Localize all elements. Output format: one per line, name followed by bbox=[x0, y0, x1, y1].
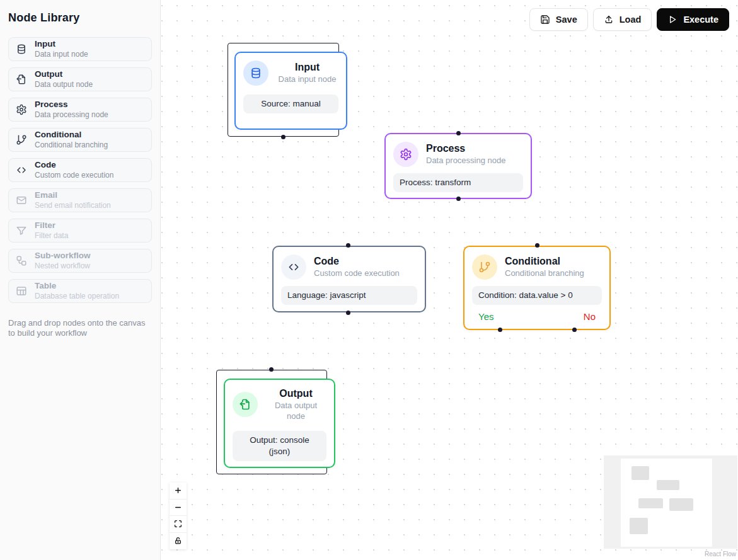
save-icon bbox=[540, 14, 550, 25]
node-subtitle: Conditional branching bbox=[505, 268, 602, 279]
node-detail: Source: manual bbox=[243, 94, 338, 113]
node-title: Input bbox=[276, 61, 338, 74]
library-item-desc: Database table operation bbox=[35, 292, 119, 301]
zoom-in-button[interactable] bbox=[170, 483, 187, 500]
library-item-code[interactable]: CodeCustom code execution bbox=[8, 158, 152, 182]
minimap-node-input bbox=[631, 466, 649, 480]
code-node[interactable]: Code Custom code execution Language: jav… bbox=[272, 246, 426, 312]
library-item-desc: Send email notification bbox=[35, 201, 111, 210]
input-node[interactable]: Input Data input node Source: manual bbox=[234, 52, 347, 130]
library-item-label: Table bbox=[35, 281, 119, 291]
library-item-label: Conditional bbox=[35, 130, 108, 140]
code-icon bbox=[16, 164, 27, 176]
database-icon bbox=[243, 60, 268, 86]
library-item-label: Code bbox=[35, 160, 113, 170]
play-icon bbox=[667, 14, 677, 25]
library-item-label: Filter bbox=[35, 220, 68, 231]
conditional-node[interactable]: Conditional Conditional branching Condit… bbox=[463, 246, 611, 330]
library-item-label: Email bbox=[35, 190, 111, 200]
load-button[interactable]: Load bbox=[593, 8, 652, 31]
node-detail: Output: console (json) bbox=[233, 431, 326, 461]
load-button-label: Load bbox=[620, 14, 642, 25]
table-icon bbox=[16, 285, 27, 297]
minimap-node-conditional bbox=[669, 498, 693, 511]
database-icon bbox=[16, 43, 27, 55]
library-item-subworkflow: Sub-workflowNested workflow bbox=[8, 249, 152, 273]
process-node-target-handle[interactable] bbox=[456, 131, 461, 135]
process-node-source-handle[interactable] bbox=[456, 197, 461, 201]
git-branch-icon bbox=[16, 134, 27, 146]
library-item-desc: Conditional branching bbox=[35, 140, 108, 150]
library-item-desc: Nested workflow bbox=[35, 261, 91, 271]
file-output-icon bbox=[233, 392, 258, 417]
conditional-node-no-handle[interactable] bbox=[572, 328, 577, 332]
node-library-list: InputData input node OutputData output n… bbox=[8, 37, 152, 303]
node-title: Conditional bbox=[505, 255, 602, 268]
execute-button[interactable]: Execute bbox=[657, 8, 729, 31]
node-subtitle: Data processing node bbox=[426, 156, 523, 166]
unlock-icon bbox=[174, 537, 182, 545]
node-subtitle: Data input node bbox=[276, 74, 338, 85]
minimap-node-code bbox=[638, 498, 663, 508]
node-title: Process bbox=[426, 142, 523, 156]
workflow-icon bbox=[16, 255, 27, 266]
gear-icon bbox=[393, 142, 418, 167]
gear-icon bbox=[16, 104, 27, 115]
branch-yes-label: Yes bbox=[478, 311, 493, 322]
minimap[interactable] bbox=[604, 455, 737, 549]
code-node-target-handle[interactable] bbox=[346, 243, 350, 248]
node-detail: Language: javascript bbox=[281, 286, 417, 305]
conditional-node-target-handle[interactable] bbox=[535, 243, 539, 248]
save-button[interactable]: Save bbox=[529, 8, 588, 31]
fit-view-icon bbox=[174, 520, 182, 528]
branch-no-label: No bbox=[584, 311, 596, 322]
library-item-label: Output bbox=[35, 69, 93, 79]
library-item-desc: Data processing node bbox=[35, 110, 108, 120]
git-branch-icon bbox=[472, 254, 497, 280]
input-node-source-handle[interactable] bbox=[281, 135, 285, 139]
node-library-sidebar: Node Library InputData input node Output… bbox=[0, 0, 161, 560]
library-item-output[interactable]: OutputData output node bbox=[8, 67, 152, 91]
node-detail: Condition: data.value > 0 bbox=[472, 286, 602, 305]
library-item-label: Process bbox=[35, 100, 108, 110]
save-button-label: Save bbox=[556, 14, 577, 25]
code-node-source-handle[interactable] bbox=[346, 311, 350, 315]
library-item-process[interactable]: ProcessData processing node bbox=[8, 98, 152, 122]
minus-icon bbox=[174, 503, 182, 511]
sidebar-hint: Drag and drop nodes onto the canvas to b… bbox=[8, 318, 152, 339]
filter-icon bbox=[16, 225, 27, 236]
execute-button-label: Execute bbox=[683, 14, 718, 25]
node-subtitle: Data output node bbox=[265, 401, 326, 422]
node-subtitle: Custom code execution bbox=[314, 268, 417, 279]
toolbar: Save Load Execute bbox=[529, 8, 729, 31]
mail-icon bbox=[16, 195, 27, 206]
process-node[interactable]: Process Data processing node Process: tr… bbox=[384, 133, 532, 199]
library-item-email: EmailSend email notification bbox=[8, 188, 152, 212]
output-node[interactable]: Output Data output node Output: console … bbox=[224, 379, 335, 468]
library-item-desc: Custom code execution bbox=[35, 171, 113, 180]
plus-icon bbox=[174, 486, 182, 494]
code-icon bbox=[281, 254, 306, 280]
react-flow-attribution[interactable]: React Flow bbox=[696, 551, 736, 557]
canvas-controls bbox=[170, 483, 187, 549]
minimap-node-process bbox=[657, 480, 679, 490]
conditional-node-yes-handle[interactable] bbox=[498, 328, 502, 332]
node-title: Output bbox=[265, 387, 326, 401]
library-item-input[interactable]: InputData input node bbox=[8, 37, 152, 61]
library-item-desc: Data output node bbox=[35, 80, 93, 89]
library-item-conditional[interactable]: ConditionalConditional branching bbox=[8, 128, 152, 152]
upload-icon bbox=[604, 14, 614, 25]
minimap-node-output bbox=[630, 518, 648, 534]
fit-view-button[interactable] bbox=[170, 516, 187, 533]
library-item-desc: Filter data bbox=[35, 231, 68, 241]
library-item-label: Input bbox=[35, 39, 88, 49]
sidebar-title: Node Library bbox=[8, 11, 152, 25]
library-item-table: TableDatabase table operation bbox=[8, 279, 152, 303]
library-item-label: Sub-workflow bbox=[35, 251, 91, 261]
library-item-desc: Data input node bbox=[35, 50, 88, 59]
zoom-out-button[interactable] bbox=[170, 500, 187, 517]
output-node-target-handle[interactable] bbox=[269, 367, 274, 372]
workflow-editor: Node Library InputData input node Output… bbox=[0, 0, 738, 560]
node-detail: Process: transform bbox=[393, 173, 523, 192]
lock-toggle-button[interactable] bbox=[170, 533, 187, 550]
